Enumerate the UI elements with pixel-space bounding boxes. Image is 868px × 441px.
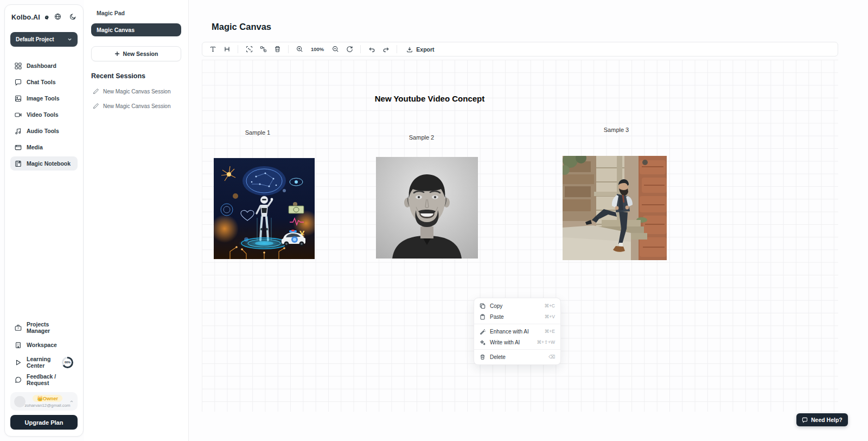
sidebar-item-dashboard[interactable]: Dashboard xyxy=(10,59,78,73)
export-label: Export xyxy=(416,46,434,53)
context-menu-item-copy[interactable]: Copy ⌘+C xyxy=(474,300,560,311)
toolbar-divider xyxy=(360,45,361,53)
sidebar-item-audio-tools[interactable]: Audio Tools xyxy=(10,124,78,138)
session-item-label: New Magic Canvas Session xyxy=(103,89,171,94)
toolbar-divider xyxy=(238,45,238,53)
zoom-level: 100% xyxy=(308,46,327,52)
sidebar-item-learning-center[interactable]: Learning Center 66% xyxy=(10,355,78,369)
connector-icon xyxy=(260,46,267,53)
app-sidebar: Kolbo.AI Default Project Dashboard Chat … xyxy=(4,4,84,437)
zoom-in-button[interactable] xyxy=(293,43,305,55)
heading-tool-icon xyxy=(224,46,231,53)
context-menu-shortcut: ⌘+V xyxy=(545,314,555,319)
text-tool-button[interactable] xyxy=(207,43,219,55)
context-menu: Copy ⌘+C Paste ⌘+V Enhance with AI ⌘+E W… xyxy=(474,298,561,365)
context-menu-label: Write with AI xyxy=(490,339,532,345)
context-menu-label: Copy xyxy=(490,303,540,309)
music-note-icon xyxy=(15,128,22,135)
new-session-button[interactable]: New Session xyxy=(91,46,181,61)
notebook-pencil-icon xyxy=(15,160,22,167)
sidebar-item-label: Audio Tools xyxy=(27,128,59,134)
sample-label-3[interactable]: Sample 3 xyxy=(604,127,629,133)
zoom-out-icon xyxy=(332,46,339,53)
panel-item-magic-canvas[interactable]: Magic Canvas xyxy=(91,23,181,36)
context-menu-label: Enhance with AI xyxy=(490,329,540,335)
sidebar-nav: Dashboard Chat Tools Image Tools Video T… xyxy=(10,59,78,171)
heading-tool-button[interactable] xyxy=(221,43,233,55)
project-selector[interactable]: Default Project xyxy=(10,32,78,47)
sessions-panel: Magic Pad Magic Canvas New Session Recen… xyxy=(84,0,189,441)
session-item[interactable]: New Magic Canvas Session xyxy=(91,89,181,94)
sidebar-item-magic-notebook[interactable]: Magic Notebook xyxy=(10,156,78,171)
new-session-label: New Session xyxy=(123,51,158,57)
ai-select-button[interactable] xyxy=(243,43,255,55)
reset-view-button[interactable] xyxy=(343,43,355,55)
context-menu-label: Delete xyxy=(490,354,544,360)
briefcase-icon xyxy=(15,324,22,331)
chevron-down-icon xyxy=(67,37,72,42)
context-menu-item-enhance-with-ai[interactable]: Enhance with AI ⌘+E xyxy=(474,326,560,337)
sidebar-item-label: Video Tools xyxy=(27,111,59,118)
redo-button[interactable] xyxy=(380,43,392,55)
download-icon xyxy=(406,46,413,53)
sample-label-1[interactable]: Sample 1 xyxy=(245,129,270,136)
language-globe-icon[interactable] xyxy=(54,12,61,22)
undo-button[interactable] xyxy=(366,43,378,55)
image-icon xyxy=(15,95,22,102)
sidebar-item-chat-tools[interactable]: Chat Tools xyxy=(10,75,78,89)
sample-image-man-on-ruins[interactable] xyxy=(563,156,667,260)
context-menu-divider xyxy=(474,324,560,324)
need-help-label: Need Help? xyxy=(811,417,843,423)
connector-tool-button[interactable] xyxy=(257,43,269,55)
avatar xyxy=(14,396,25,407)
dark-mode-moon-icon[interactable] xyxy=(69,12,76,22)
brand-head-icon xyxy=(44,13,49,22)
sidebar-item-feedback-request[interactable]: Feedback / Request xyxy=(10,373,78,387)
context-menu-shortcut: ⌘+⇧+W xyxy=(537,339,555,345)
context-menu-item-paste[interactable]: Paste ⌘+V xyxy=(474,311,560,322)
chevron-up-icon xyxy=(69,399,74,404)
ai-select-icon xyxy=(246,46,253,53)
canvas-toolbar: 100% Export xyxy=(202,42,838,56)
sidebar-footer-nav: Projects Manager Workspace Learning Cent… xyxy=(10,320,78,387)
play-icon xyxy=(15,359,22,366)
session-item-label: New Magic Canvas Session xyxy=(103,103,171,109)
user-account-card[interactable]: 👑Owner zoharvan12@gmail.com xyxy=(10,392,78,411)
export-button[interactable]: Export xyxy=(402,43,438,55)
rotate-reset-icon xyxy=(346,46,353,53)
sidebar-item-projects-manager[interactable]: Projects Manager xyxy=(10,320,78,335)
zoom-out-button[interactable] xyxy=(329,43,341,55)
building-icon xyxy=(15,342,22,349)
context-menu-item-write-with-ai[interactable]: Write with AI ⌘+⇧+W xyxy=(474,337,560,348)
sidebar-item-label: Magic Notebook xyxy=(27,160,71,167)
sample-image-ai-robot[interactable]: ¥ xyxy=(214,158,315,259)
paste-icon xyxy=(480,314,486,320)
sidebar-item-media[interactable]: Media xyxy=(10,140,78,154)
trash-icon xyxy=(274,46,281,53)
sidebar-item-label: Feedback / Request xyxy=(27,373,73,386)
sidebar-item-video-tools[interactable]: Video Tools xyxy=(10,108,78,122)
sidebar-item-label: Image Tools xyxy=(27,95,59,102)
sample-image-portrait[interactable] xyxy=(376,157,478,259)
redo-icon xyxy=(382,46,390,53)
pencil-icon xyxy=(93,103,99,109)
delete-tool-button[interactable] xyxy=(271,43,283,55)
sidebar-item-workspace[interactable]: Workspace xyxy=(10,338,78,352)
plus-icon xyxy=(114,51,120,56)
upgrade-plan-button[interactable]: Upgrade Plan xyxy=(10,415,78,430)
session-item[interactable]: New Magic Canvas Session xyxy=(91,103,181,109)
canvas-heading[interactable]: New Youtube Video Concept xyxy=(375,94,485,103)
context-menu-item-delete[interactable]: Delete ⌫ xyxy=(474,351,560,362)
need-help-button[interactable]: Need Help? xyxy=(796,413,848,426)
zoom-in-icon xyxy=(296,46,303,53)
magic-wand-icon xyxy=(480,329,486,335)
context-menu-shortcut: ⌫ xyxy=(548,354,555,360)
page-title: Magic Canvas xyxy=(212,22,271,32)
sample-label-2[interactable]: Sample 2 xyxy=(409,134,434,141)
sidebar-item-label: Workspace xyxy=(27,342,57,348)
brand-logo: Kolbo.AI xyxy=(11,14,40,21)
sidebar-item-image-tools[interactable]: Image Tools xyxy=(10,91,78,105)
panel-item-magic-pad[interactable]: Magic Pad xyxy=(91,8,181,18)
feedback-bubble-icon xyxy=(15,376,22,383)
learning-progress-ring: 66% xyxy=(62,357,73,368)
